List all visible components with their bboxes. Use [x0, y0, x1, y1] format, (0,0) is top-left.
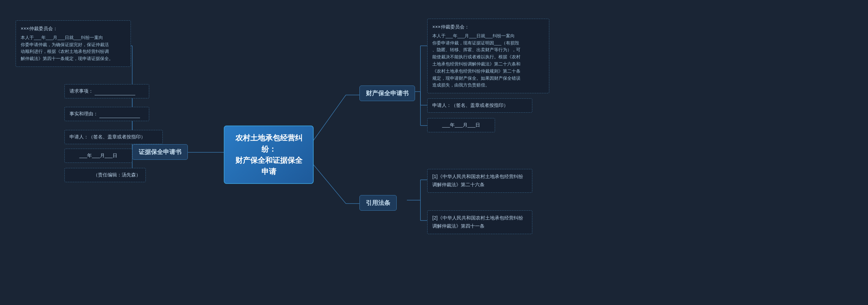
evidence-date-box: ___年___月___日 [64, 149, 132, 163]
evidence-applicant-box: 申请人：（签名、盖章或者按指印） [64, 130, 163, 144]
property-body: 本人于___年___月___日就___纠纷一案向 你委申请仲裁，现有证据证明因_… [432, 33, 544, 89]
svg-line-22 [312, 163, 346, 204]
category-laws-label: 引用法条 [366, 199, 390, 206]
facts-label: 事实和理由： [70, 111, 98, 116]
evidence-applicant: 申请人：（签名、盖章或者按指印） [70, 134, 145, 139]
central-node: 农村土地承包经营纠纷： 财产保全和证据保全申请 [224, 126, 314, 184]
svg-line-13 [312, 95, 346, 142]
property-date-box: ___年___月___日 [427, 118, 495, 132]
evidence-address-box: ×××仲裁委员会： 本人于___年___月___日就___纠纷一案向 你委申请仲… [16, 20, 131, 67]
category-evidence-label: 证据保全申请书 [139, 149, 181, 155]
request-line [95, 88, 135, 95]
evidence-addressee: ×××仲裁委员会： [21, 25, 126, 33]
property-address-box: ×××仲裁委员会： 本人于___年___月___日就___纠纷一案向 你委申请仲… [427, 19, 549, 93]
law1-title: [1]《中华人民共和国农村土地承包经营纠纷 [432, 173, 527, 181]
property-applicant-box: 申请人：（签名、盖章或者按指印） [427, 98, 532, 113]
property-date: ___年___月___日 [442, 122, 480, 128]
law2-box: [2]《中华人民共和国农村土地承包经营纠纷 调解仲裁法》第四十一条 [427, 210, 532, 234]
facts-line [99, 110, 140, 118]
category-property-label: 财产保全申请书 [366, 90, 409, 97]
central-line2: 财产保全和证据保全申请 [235, 156, 302, 176]
evidence-editor-box: （责任编辑：汤先森） [64, 168, 146, 182]
request-label: 请求事项： [70, 88, 93, 94]
mind-map-canvas: 农村土地承包经营纠纷： 财产保全和证据保全申请 证据保全申请书 ×××仲裁委员会… [0, 0, 868, 305]
evidence-facts-box: 事实和理由： [64, 107, 149, 121]
central-line1: 农村土地承包经营纠纷： [235, 134, 302, 153]
law1-body: 调解仲裁法》第二十六条 [432, 181, 527, 189]
property-addressee: ×××仲裁委员会： [432, 23, 544, 31]
law1-box: [1]《中华人民共和国农村土地承包经营纠纷 调解仲裁法》第二十六条 [427, 169, 532, 193]
evidence-request-box: 请求事项： [64, 84, 149, 98]
category-laws: 引用法条 [359, 195, 397, 211]
law2-title: [2]《中华人民共和国农村土地承包经营纠纷 [432, 214, 527, 222]
category-evidence: 证据保全申请书 [132, 144, 188, 160]
evidence-editor: （责任编辑：汤先森） [93, 172, 141, 177]
property-applicant: 申请人：（签名、盖章或者按指印） [432, 102, 508, 108]
law2-body: 调解仲裁法》第四十一条 [432, 222, 527, 230]
evidence-date: ___年___月___日 [79, 153, 117, 158]
evidence-body: 本人于___年___月___日就___纠纷一案向 你委申请仲裁，为确保证据完好，… [21, 34, 126, 62]
category-property: 财产保全申请书 [359, 85, 415, 101]
